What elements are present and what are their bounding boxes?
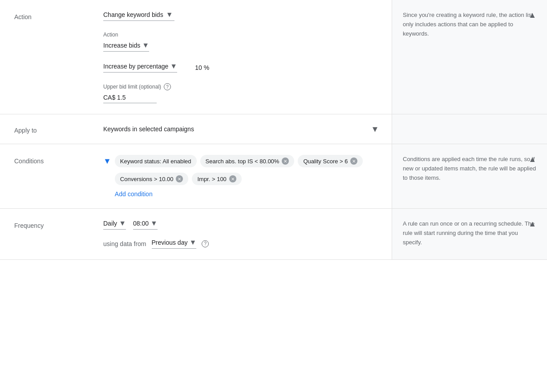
action-info-panel: ▲ Since you're creating a keyword rule, … bbox=[392, 0, 547, 114]
increase-by-percentage-arrow-icon: ▼ bbox=[170, 62, 177, 70]
increase-bids-label: Increase bids bbox=[103, 42, 140, 49]
chip-impr-label: Impr. > 100 bbox=[197, 176, 226, 182]
filter-icon: ▼ bbox=[103, 157, 111, 166]
apply-to-section: Apply to Keywords in selected campaigns … bbox=[0, 114, 547, 144]
conditions-label: Conditions bbox=[14, 155, 103, 165]
action-collapse-icon[interactable]: ▲ bbox=[528, 11, 536, 20]
conditions-content: ▼ Keyword status: All enabled Search abs… bbox=[103, 155, 377, 198]
chips-row-1: Keyword status: All enabled Search abs. … bbox=[115, 155, 363, 167]
frequency-time-label: 08:00 bbox=[133, 220, 149, 227]
action-section: Action Change keyword bids ▼ Action Incr… bbox=[0, 0, 547, 114]
frequency-label: Frequency bbox=[14, 219, 103, 229]
frequency-time-dropdown[interactable]: 08:00 ▼ bbox=[133, 219, 158, 230]
chip-impr-close-icon[interactable]: ✕ bbox=[229, 175, 236, 182]
apply-to-label: Apply to bbox=[14, 124, 103, 134]
change-keyword-bids-arrow-icon: ▼ bbox=[166, 11, 173, 19]
chip-search-abs-label: Search abs. top IS < 80.00% bbox=[206, 158, 280, 165]
chip-keyword-status-label: Keyword status: All enabled bbox=[120, 158, 191, 165]
frequency-info-panel: ▲ A rule can run once or on a recurring … bbox=[392, 209, 547, 259]
increase-bids-dropdown[interactable]: Increase bids ▼ bbox=[103, 41, 149, 52]
frequency-daily-arrow-icon: ▼ bbox=[119, 219, 126, 227]
action-content: Change keyword bids ▼ Action Increase bi… bbox=[103, 11, 377, 103]
upper-bid-section: Upper bid limit (optional) ? CA$ 1.5 bbox=[103, 83, 377, 103]
chip-conversions-label: Conversions > 10.00 bbox=[120, 176, 174, 182]
increase-by-percentage-dropdown[interactable]: Increase by percentage ▼ bbox=[103, 62, 177, 73]
add-condition-button[interactable]: Add condition bbox=[115, 190, 363, 198]
frequency-collapse-icon[interactable]: ▲ bbox=[528, 219, 536, 229]
upper-bid-label: Upper bid limit (optional) ? bbox=[103, 83, 377, 90]
chip-quality-score: Quality Score > 6 ✕ bbox=[298, 155, 363, 167]
apply-to-expand-icon[interactable]: ▾ bbox=[373, 123, 377, 135]
using-data-label: using data from bbox=[103, 240, 146, 247]
chip-search-abs-close-icon[interactable]: ✕ bbox=[282, 158, 289, 165]
percentage-value: 10 % bbox=[195, 64, 209, 71]
chip-quality-score-close-icon[interactable]: ✕ bbox=[350, 158, 357, 165]
change-keyword-bids-dropdown[interactable]: Change keyword bids ▼ bbox=[103, 11, 174, 21]
increase-row: Increase by percentage ▼ 10 % bbox=[103, 62, 377, 73]
action-label: Action bbox=[14, 11, 103, 20]
conditions-info-panel: ▲ Conditions are applied each time the r… bbox=[392, 144, 547, 208]
previous-day-label: Previous day bbox=[152, 239, 188, 246]
frequency-daily-dropdown[interactable]: Daily ▼ bbox=[103, 219, 126, 230]
upper-bid-help-icon[interactable]: ? bbox=[164, 83, 171, 90]
action-sub-content: Action Increase bids ▼ Increase by perce… bbox=[103, 32, 377, 103]
conditions-section: Conditions ▼ Keyword status: All enabled… bbox=[0, 144, 547, 209]
frequency-content: Daily ▼ 08:00 ▼ using data from Previous… bbox=[103, 219, 377, 249]
chip-search-abs: Search abs. top IS < 80.00% ✕ bbox=[200, 155, 295, 167]
chip-conversions: Conversions > 10.00 ✕ bbox=[115, 173, 189, 185]
frequency-main-row: Daily ▼ 08:00 ▼ bbox=[103, 219, 377, 230]
chips-row-2: Conversions > 10.00 ✕ Impr. > 100 ✕ bbox=[115, 173, 363, 185]
increase-by-percentage-label: Increase by percentage bbox=[103, 63, 168, 70]
frequency-time-arrow-icon: ▼ bbox=[150, 219, 158, 227]
frequency-help-icon[interactable]: ? bbox=[202, 240, 209, 247]
apply-to-right bbox=[392, 114, 547, 144]
increase-bids-arrow-icon: ▼ bbox=[142, 41, 149, 49]
action-sub-label: Action bbox=[103, 32, 377, 38]
action-info-text: Since you're creating a keyword rule, th… bbox=[403, 11, 536, 38]
previous-day-dropdown[interactable]: Previous day ▼ bbox=[152, 238, 197, 249]
conditions-inner: ▼ Keyword status: All enabled Search abs… bbox=[103, 155, 377, 198]
change-keyword-bids-label: Change keyword bids bbox=[103, 11, 163, 18]
chip-conversions-close-icon[interactable]: ✕ bbox=[176, 175, 183, 182]
previous-day-arrow-icon: ▼ bbox=[189, 238, 196, 247]
frequency-info-text: A rule can run once or on a recurring sc… bbox=[403, 219, 536, 247]
chip-quality-score-label: Quality Score > 6 bbox=[303, 158, 348, 165]
bid-value: CA$ 1.5 bbox=[103, 94, 157, 103]
using-data-row: using data from Previous day ▼ ? bbox=[103, 238, 377, 249]
chip-keyword-status: Keyword status: All enabled bbox=[115, 155, 197, 167]
chips-area: Keyword status: All enabled Search abs. … bbox=[115, 155, 363, 198]
frequency-daily-label: Daily bbox=[103, 220, 117, 227]
conditions-info-text: Conditions are applied each time the rul… bbox=[403, 155, 536, 182]
apply-to-left: Apply to Keywords in selected campaigns … bbox=[0, 114, 392, 144]
chip-impr: Impr. > 100 ✕ bbox=[192, 173, 241, 185]
conditions-collapse-icon[interactable]: ▲ bbox=[528, 155, 536, 164]
frequency-section: Frequency Daily ▼ 08:00 ▼ using data fro… bbox=[0, 209, 547, 260]
apply-to-value: Keywords in selected campaigns bbox=[103, 125, 194, 133]
